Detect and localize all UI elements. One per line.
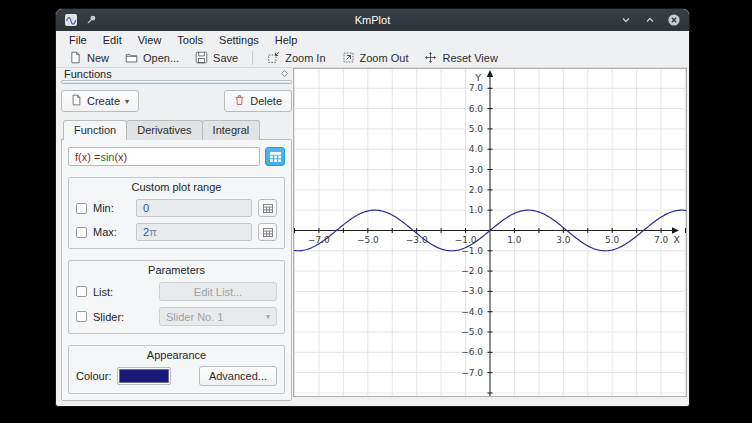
svg-text:−1.0: −1.0 xyxy=(455,235,477,245)
chevron-down-icon: ▾ xyxy=(125,97,129,106)
svg-text:−5.0: −5.0 xyxy=(461,327,483,337)
zoom-in-button[interactable]: Zoom In xyxy=(260,49,332,66)
menu-help[interactable]: Help xyxy=(268,33,305,47)
menubar: File Edit View Tools Settings Help xyxy=(56,31,689,48)
titlebar[interactable]: KmPlot xyxy=(56,9,689,31)
open-button[interactable]: Open... xyxy=(118,49,186,66)
svg-text:−3.0: −3.0 xyxy=(406,235,428,245)
advanced-button[interactable]: Advanced... xyxy=(199,366,277,386)
reset-view-button[interactable]: Reset View xyxy=(417,49,504,66)
svg-text:3.0: 3.0 xyxy=(556,235,571,245)
menu-file[interactable]: File xyxy=(62,33,94,47)
svg-text:7.0: 7.0 xyxy=(469,83,484,93)
slider-checkbox[interactable] xyxy=(76,311,87,322)
slider-select[interactable]: Slider No. 1 ▾ xyxy=(159,307,277,326)
menu-edit[interactable]: Edit xyxy=(96,33,129,47)
min-label: Min: xyxy=(93,202,130,214)
svg-text:4.0: 4.0 xyxy=(469,144,484,154)
close-icon[interactable] xyxy=(667,13,681,27)
colour-swatch xyxy=(119,369,169,383)
new-button[interactable]: New xyxy=(62,49,116,66)
group-title: Parameters xyxy=(76,264,277,276)
svg-text:7.0: 7.0 xyxy=(654,235,669,245)
window-title: KmPlot xyxy=(56,14,689,26)
colour-label: Colour: xyxy=(76,370,111,382)
tab-derivatives[interactable]: Derivatives xyxy=(126,120,202,140)
tab-integral[interactable]: Integral xyxy=(202,120,261,140)
list-checkbox[interactable] xyxy=(76,286,87,297)
function-list-item[interactable]: f(x) = sin(x) xyxy=(63,82,290,84)
functions-panel: Functions f(x) = sin(x) Create ▾ xyxy=(61,68,292,398)
svg-text:−7.0: −7.0 xyxy=(461,368,483,378)
reset-view-icon xyxy=(424,51,437,64)
float-diamond-icon[interactable] xyxy=(280,68,289,80)
delete-button[interactable]: Delete xyxy=(224,90,292,112)
zoom-in-icon xyxy=(267,51,280,64)
tab-function[interactable]: Function xyxy=(63,120,127,140)
new-document-icon xyxy=(69,51,82,64)
list-label: List: xyxy=(93,286,113,298)
open-folder-icon xyxy=(125,51,138,64)
svg-text:1.0: 1.0 xyxy=(507,235,522,245)
slider-label: Slider: xyxy=(93,311,124,323)
menu-tools[interactable]: Tools xyxy=(170,33,210,47)
max-input[interactable]: 2π xyxy=(136,223,252,241)
zoom-out-button[interactable]: Zoom Out xyxy=(335,49,416,66)
svg-text:X: X xyxy=(673,234,680,245)
svg-text:−2.0: −2.0 xyxy=(461,266,483,276)
minimize-icon[interactable] xyxy=(619,13,633,27)
zoom-out-icon xyxy=(342,51,355,64)
appearance-group: Appearance Colour: Advanced... xyxy=(68,345,285,394)
sine-plot: −7.0−5.0−3.0−1.01.03.05.07.0−7.0−6.0−5.0… xyxy=(294,69,686,396)
equation-editor-button[interactable] xyxy=(265,147,285,166)
edit-list-button[interactable]: Edit List... xyxy=(159,282,277,301)
main-area: Functions f(x) = sin(x) Create ▾ xyxy=(56,68,689,406)
min-checkbox[interactable] xyxy=(76,203,87,214)
min-constants-button[interactable] xyxy=(258,199,277,217)
min-input[interactable]: 0 xyxy=(136,199,252,217)
plot-area[interactable]: −7.0−5.0−3.0−1.01.03.05.07.0−7.0−6.0−5.0… xyxy=(293,68,687,397)
custom-plot-range-group: Custom plot range Min: 0 Max: xyxy=(68,177,285,249)
equation-input[interactable]: f(x) = sin(x) xyxy=(68,147,260,166)
group-title: Appearance xyxy=(76,349,277,361)
maximize-icon[interactable] xyxy=(643,13,657,27)
app-icon xyxy=(64,13,78,27)
toolbar: New Open... Save Zoom In Zoom Out Reset … xyxy=(56,48,689,68)
max-label: Max: xyxy=(93,226,130,238)
menu-settings[interactable]: Settings xyxy=(212,33,266,47)
save-button[interactable]: Save xyxy=(188,49,245,66)
pin-icon[interactable] xyxy=(86,14,97,27)
svg-text:5.0: 5.0 xyxy=(605,235,620,245)
create-document-icon xyxy=(71,94,82,108)
svg-text:−3.0: −3.0 xyxy=(461,286,483,296)
equation-text: f(x) = xyxy=(75,151,100,163)
group-title: Custom plot range xyxy=(76,181,277,193)
toolbar-separator xyxy=(252,51,253,65)
function-list[interactable]: f(x) = sin(x) xyxy=(61,80,292,84)
create-button[interactable]: Create ▾ xyxy=(61,90,139,112)
max-constants-button[interactable] xyxy=(258,223,277,241)
menu-view[interactable]: View xyxy=(131,33,169,47)
svg-text:−4.0: −4.0 xyxy=(461,307,483,317)
colour-swatch-button[interactable] xyxy=(117,367,171,385)
svg-text:3.0: 3.0 xyxy=(469,165,484,175)
functions-panel-header[interactable]: Functions xyxy=(61,68,292,80)
save-floppy-icon xyxy=(195,51,208,64)
svg-text:2.0: 2.0 xyxy=(469,185,484,195)
svg-text:6.0: 6.0 xyxy=(469,104,484,114)
svg-text:5.0: 5.0 xyxy=(469,124,484,134)
svg-text:Y: Y xyxy=(474,72,481,83)
svg-text:−5.0: −5.0 xyxy=(357,235,379,245)
svg-text:1.0: 1.0 xyxy=(469,205,484,215)
chevron-down-icon: ▾ xyxy=(266,312,270,321)
max-checkbox[interactable] xyxy=(76,227,87,238)
trash-icon xyxy=(234,94,245,108)
svg-text:−6.0: −6.0 xyxy=(461,347,483,357)
kmplot-window: KmPlot File Edit View Tools Settings Hel… xyxy=(55,8,690,407)
parameters-group: Parameters List: Edit List... Slider: xyxy=(68,260,285,334)
function-tab-content: f(x) = sin(x) Custom plot range Min: 0 xyxy=(61,139,292,401)
functions-panel-title: Functions xyxy=(64,68,112,80)
svg-text:−1.0: −1.0 xyxy=(461,246,483,256)
function-tabbar: Function Derivatives Integral xyxy=(61,120,292,140)
